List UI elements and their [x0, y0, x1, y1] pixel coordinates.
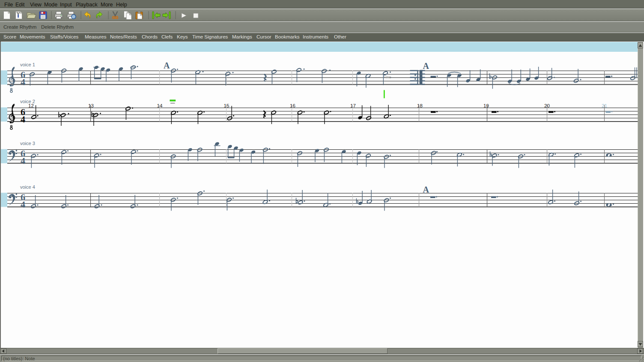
svg-text:16: 16 — [290, 103, 295, 108]
svg-text:12: 12 — [28, 103, 34, 108]
svg-text:18: 18 — [417, 103, 423, 108]
svg-text:voice 4: voice 4 — [20, 184, 35, 190]
svg-text:15: 15 — [224, 103, 230, 108]
svg-text:13: 13 — [88, 103, 94, 108]
svg-text:19: 19 — [483, 103, 489, 108]
svg-text:20: 20 — [544, 103, 550, 108]
svg-text:A: A — [164, 61, 170, 70]
svg-text:voice 3: voice 3 — [20, 141, 35, 146]
svg-text:14: 14 — [157, 103, 163, 108]
svg-text:Fine: Fine — [383, 74, 391, 79]
svg-text:4: 4 — [21, 77, 25, 87]
svg-text:A: A — [423, 61, 429, 71]
svg-text:voice 1: voice 1 — [20, 62, 35, 67]
svg-text:4: 4 — [21, 199, 25, 210]
svg-text:4: 4 — [21, 114, 25, 125]
svg-text:4: 4 — [21, 155, 25, 166]
svg-text:17: 17 — [350, 103, 356, 108]
svg-text:A: A — [423, 185, 429, 194]
svg-text:21: 21 — [602, 103, 607, 108]
